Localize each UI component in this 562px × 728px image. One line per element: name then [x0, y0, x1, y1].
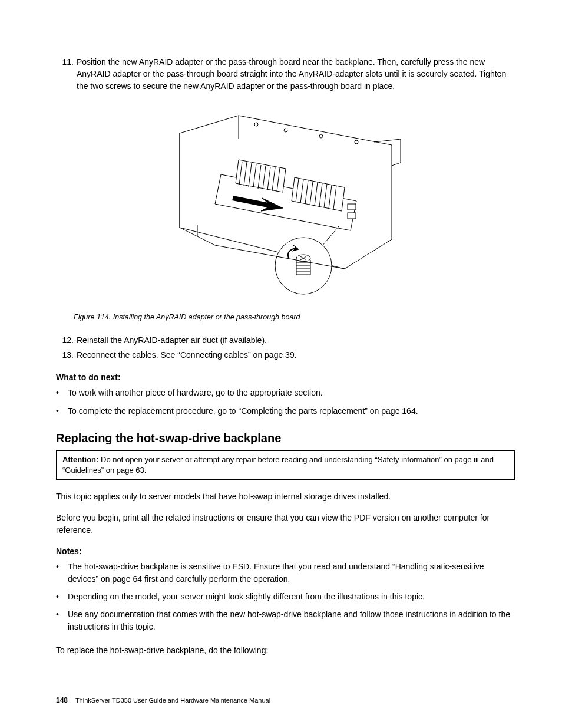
- attention-label: Attention:: [62, 455, 98, 464]
- figure-114: Figure 114. Installing the AnyRAID adapt…: [56, 110, 515, 322]
- svg-point-1: [284, 129, 287, 132]
- item-text: Depending on the model, your server migh…: [68, 591, 425, 602]
- bullet-icon: •: [56, 387, 68, 398]
- list-item: •To work with another piece of hardware,…: [56, 387, 515, 398]
- list-item: •The hot-swap-drive backplane is sensiti…: [56, 561, 515, 585]
- steps-before-figure: 11. Position the new AnyRAID adapter or …: [56, 56, 515, 92]
- step-number: 13.: [56, 349, 74, 361]
- what-to-do-next-header: What to do next:: [56, 371, 515, 383]
- what-next-list: •To work with another piece of hardware,…: [56, 387, 515, 417]
- attention-box: Attention: Do not open your server or at…: [56, 450, 515, 480]
- adapter-diagram-icon: [168, 110, 404, 301]
- bullet-icon: •: [56, 608, 68, 633]
- step-13: 13. Reconnect the cables. See “Connectin…: [56, 349, 515, 361]
- footer-title: ThinkServer TD350 User Guide and Hardwar…: [75, 697, 270, 704]
- list-item: •To complete the replacement procedure, …: [56, 405, 515, 417]
- svg-point-2: [319, 134, 323, 138]
- notes-list: •The hot-swap-drive backplane is sensiti…: [56, 561, 515, 632]
- item-text: Use any documentation that comes with th…: [68, 608, 515, 633]
- list-item: •Depending on the model, your server mig…: [56, 591, 515, 602]
- bullet-icon: •: [56, 405, 68, 417]
- item-text: To complete the replacement procedure, g…: [68, 405, 418, 417]
- section-heading: Replacing the hot-swap-drive backplane: [56, 430, 515, 447]
- step-12: 12. Reinstall the AnyRAID-adapter air du…: [56, 334, 515, 346]
- step-text: Position the new AnyRAID adapter or the …: [77, 56, 515, 92]
- item-text: To work with another piece of hardware, …: [68, 387, 323, 398]
- step-11: 11. Position the new AnyRAID adapter or …: [56, 56, 515, 92]
- svg-rect-23: [348, 213, 356, 219]
- svg-point-0: [254, 123, 258, 126]
- item-text: The hot-swap-drive backplane is sensitiv…: [68, 561, 515, 585]
- step-text: Reconnect the cables. See “Connecting ca…: [77, 349, 297, 361]
- step-text: Reinstall the AnyRAID-adapter air duct (…: [77, 334, 267, 346]
- step-number: 11.: [56, 56, 74, 92]
- paragraph: To replace the hot-swap-drive backplane,…: [56, 644, 515, 656]
- notes-header: Notes:: [56, 545, 515, 557]
- svg-point-3: [355, 140, 358, 144]
- figure-caption: Figure 114. Installing the AnyRAID adapt…: [56, 312, 515, 322]
- bullet-icon: •: [56, 561, 68, 585]
- attention-text: Do not open your server or attempt any r…: [62, 455, 494, 475]
- page: 11. Position the new AnyRAID adapter or …: [0, 0, 562, 728]
- steps-after-figure: 12. Reinstall the AnyRAID-adapter air du…: [56, 334, 515, 361]
- page-footer: 148 ThinkServer TD350 User Guide and Har…: [56, 696, 270, 706]
- page-number: 148: [56, 696, 68, 704]
- bullet-icon: •: [56, 591, 68, 602]
- paragraph: This topic applies only to server models…: [56, 490, 515, 502]
- list-item: •Use any documentation that comes with t…: [56, 608, 515, 633]
- paragraph: Before you begin, print all the related …: [56, 512, 515, 536]
- svg-rect-22: [348, 204, 356, 210]
- step-number: 12.: [56, 334, 74, 346]
